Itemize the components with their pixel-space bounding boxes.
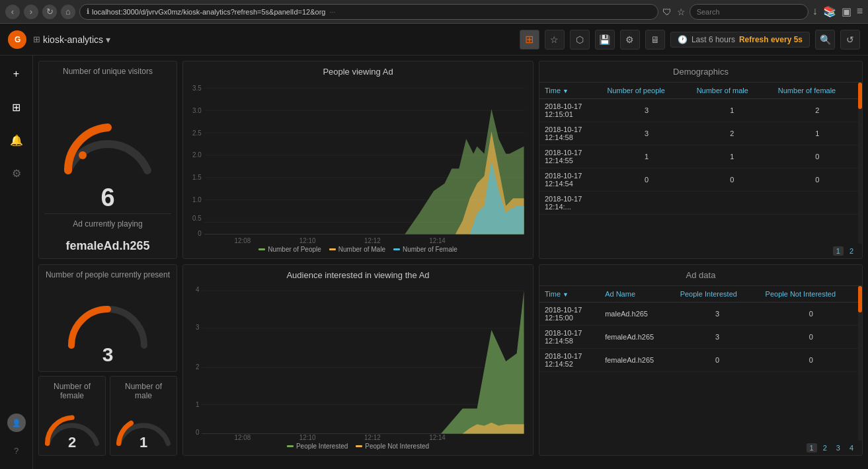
col-people[interactable]: Number of people bbox=[602, 83, 691, 99]
ad-col-not-interested[interactable]: People Not Interested bbox=[760, 286, 862, 303]
ad-page-1-btn[interactable]: 1 bbox=[807, 443, 817, 452]
reload-button[interactable]: ↻ bbox=[42, 5, 57, 19]
legend-item-people: Number of People bbox=[258, 246, 321, 253]
cell-people bbox=[602, 192, 691, 215]
male-title: Number of male bbox=[116, 382, 171, 400]
cell-time: 2018-10-1712:14:55 bbox=[539, 145, 602, 168]
svg-text:0.5: 0.5 bbox=[192, 215, 202, 222]
search-button[interactable]: 🔍 bbox=[815, 30, 835, 50]
ad-data-scrollbar-thumb[interactable] bbox=[858, 286, 862, 312]
legend-item-male: Number of Male bbox=[329, 246, 385, 253]
col-time[interactable]: Time ▼ bbox=[539, 83, 602, 99]
svg-text:0: 0 bbox=[198, 230, 202, 237]
unique-visitors-gauge bbox=[55, 114, 161, 180]
ad-data-scrollbar[interactable] bbox=[858, 286, 862, 441]
svg-text:G: G bbox=[15, 35, 20, 44]
audience-title: Audience interested in viewing the Ad bbox=[188, 270, 528, 280]
star-icon[interactable]: ☆ bbox=[677, 7, 686, 17]
menu-icon[interactable]: ≡ bbox=[857, 5, 863, 18]
ad-page-4-btn[interactable]: 4 bbox=[846, 443, 857, 452]
cell-male: 2 bbox=[691, 122, 773, 145]
download-icon[interactable]: ↓ bbox=[812, 5, 818, 18]
cell-not-interested: 0 bbox=[760, 349, 862, 372]
cell-people: 0 bbox=[602, 168, 691, 192]
cell-male: 1 bbox=[691, 99, 773, 122]
ad-page-3-btn[interactable]: 3 bbox=[833, 443, 844, 452]
cell-interested: 0 bbox=[675, 349, 760, 372]
ad-col-interested[interactable]: People Interested bbox=[675, 286, 760, 303]
page-2-btn[interactable]: 2 bbox=[846, 246, 857, 256]
bookmark-icon[interactable]: 🛡 bbox=[662, 7, 672, 17]
table-row: 2018-10-1712:14:52 femaleAd.h265 0 0 bbox=[539, 349, 862, 372]
sort-arrow-time: ▼ bbox=[563, 88, 569, 94]
sidebar-item-alerts[interactable]: 🔔 bbox=[5, 128, 28, 152]
ad-col-time[interactable]: Time ▼ bbox=[539, 286, 600, 303]
svg-text:2: 2 bbox=[196, 363, 200, 371]
url-bar[interactable]: ℹ localhost:3000/d/jvrvGx0mz/kiosk-analy… bbox=[79, 4, 658, 20]
back-button[interactable]: ‹ bbox=[5, 5, 20, 19]
settings-button[interactable]: ⚙ bbox=[620, 30, 640, 50]
add-panel-button[interactable]: ⊞ bbox=[520, 30, 539, 50]
svg-text:4: 4 bbox=[196, 286, 200, 293]
ad-page-2-btn[interactable]: 2 bbox=[820, 443, 830, 452]
avatar[interactable]: 👤 bbox=[7, 414, 26, 432]
svg-marker-40 bbox=[204, 291, 524, 434]
bottom-left-panels: Number of people currently present 3 Num… bbox=[38, 264, 177, 456]
col-male[interactable]: Number of male bbox=[691, 83, 773, 99]
sidebar-item-add[interactable]: + bbox=[5, 62, 28, 86]
page-1-btn[interactable]: 1 bbox=[833, 246, 844, 256]
cell-interested: 3 bbox=[675, 303, 760, 326]
cell-time: 2018-10-1712:15:01 bbox=[539, 99, 602, 122]
home-button[interactable]: ⌂ bbox=[61, 5, 75, 19]
table-row: 2018-10-1712:14:55 1 1 0 bbox=[539, 145, 862, 168]
svg-text:12:10: 12:10 bbox=[299, 237, 316, 243]
gender-panels: Number of female 2 Number of male bbox=[38, 376, 177, 456]
forward-button[interactable]: › bbox=[24, 5, 38, 19]
grafana-logo: G bbox=[8, 30, 26, 49]
ad-data-pagination: 1 2 3 4 bbox=[539, 441, 862, 455]
cell-ad-name: maleAd.h265 bbox=[600, 303, 675, 326]
unique-visitors-value: 6 bbox=[100, 184, 114, 212]
screen-button[interactable]: 🖥 bbox=[645, 30, 665, 50]
save-button[interactable]: 💾 bbox=[595, 30, 615, 50]
table-row: 2018-10-1712:14:54 0 0 0 bbox=[539, 168, 862, 192]
table-row: 2018-10-1712:14:58 3 2 1 bbox=[539, 122, 862, 145]
svg-text:3.0: 3.0 bbox=[192, 107, 202, 114]
time-range-selector[interactable]: 🕐 Last 6 hours Refresh every 5s bbox=[670, 32, 810, 48]
title-dropdown-arrow[interactable]: ▾ bbox=[106, 34, 110, 45]
ad-col-name[interactable]: Ad Name bbox=[600, 286, 675, 303]
share-button[interactable]: ⬡ bbox=[570, 30, 590, 50]
demographics-scrollbar[interactable] bbox=[858, 83, 862, 244]
library-icon[interactable]: 📚 bbox=[823, 5, 836, 18]
clock-icon: 🕐 bbox=[678, 35, 688, 44]
svg-text:3.5: 3.5 bbox=[192, 85, 202, 92]
svg-text:12:14: 12:14 bbox=[429, 237, 446, 243]
dashboard-title: ⊞ kiosk-analytics ▾ bbox=[33, 34, 110, 45]
sidebar-toggle-icon[interactable]: ▣ bbox=[842, 5, 851, 18]
grafana-toolbar: G ⊞ kiosk-analytics ▾ ⊞ ☆ ⬡ 💾 ⚙ 🖥 🕐 Last… bbox=[0, 24, 868, 55]
col-female[interactable]: Number of female bbox=[773, 83, 862, 99]
refresh-label: Refresh every 5s bbox=[739, 35, 803, 44]
cell-people: 3 bbox=[602, 99, 691, 122]
star-button[interactable]: ☆ bbox=[545, 30, 565, 50]
panel-present: Number of people currently present 3 bbox=[38, 264, 177, 372]
browser-search-input[interactable] bbox=[690, 4, 809, 20]
cell-time: 2018-10-1712:14:58 bbox=[539, 122, 602, 145]
sidebar-item-settings[interactable]: ⚙ bbox=[5, 161, 28, 185]
ad-playing-value: femaleAd.h265 bbox=[44, 239, 171, 253]
help-icon[interactable]: ? bbox=[5, 439, 28, 462]
panel-ad-data: Ad data Time ▼ Ad Name People Interested… bbox=[539, 264, 863, 456]
svg-text:12:12: 12:12 bbox=[364, 237, 381, 243]
svg-text:1.5: 1.5 bbox=[192, 174, 202, 181]
cell-not-interested: 0 bbox=[760, 326, 862, 349]
ad-data-table: Time ▼ Ad Name People Interested People … bbox=[539, 286, 862, 372]
ad-playing-title: Ad currently playing bbox=[44, 219, 171, 229]
svg-text:12:08: 12:08 bbox=[235, 434, 251, 440]
table-row: 2018-10-1712:14:... bbox=[539, 192, 862, 215]
demographics-scrollbar-thumb[interactable] bbox=[858, 83, 862, 109]
refresh-button[interactable]: ↺ bbox=[840, 30, 860, 50]
present-value: 3 bbox=[102, 343, 114, 366]
cell-time: 2018-10-1712:14:52 bbox=[539, 349, 600, 372]
cell-female bbox=[773, 192, 862, 215]
sidebar-item-dashboard[interactable]: ⊞ bbox=[5, 95, 28, 119]
